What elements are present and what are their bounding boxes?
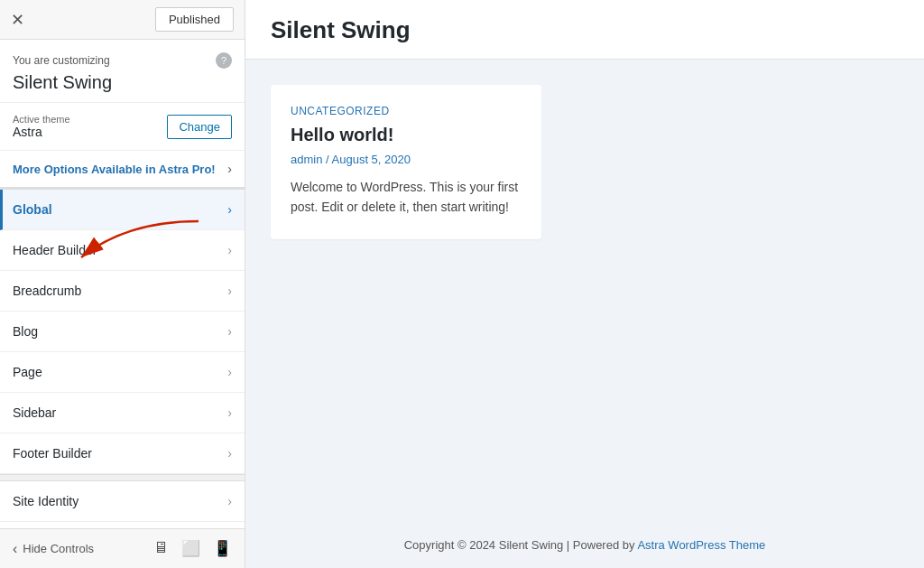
footer-theme-link[interactable]: Astra WordPress Theme — [637, 538, 765, 552]
close-button[interactable]: ✕ — [11, 12, 24, 28]
nav-item-sidebar[interactable]: Sidebar › — [0, 393, 245, 433]
post-title: Hello world! — [291, 125, 522, 145]
device-icons: 🖥 ⬜ 📱 — [153, 539, 232, 558]
tablet-icon[interactable]: ⬜ — [181, 539, 200, 558]
change-theme-button[interactable]: Change — [167, 115, 232, 139]
nav-item-global[interactable]: Global › — [0, 190, 245, 230]
preview-footer: Copyright © 2024 Silent Swing | Powered … — [245, 522, 924, 568]
help-icon[interactable]: ? — [216, 52, 232, 69]
nav-chevron-sidebar-icon: › — [227, 405, 232, 420]
nav-item-breadcrumb[interactable]: Breadcrumb › — [0, 271, 245, 312]
preview-body: Uncategorized Hello world! admin / Augus… — [245, 60, 924, 522]
nav-chevron-page-icon: › — [227, 365, 232, 379]
customizing-label: You are customizing ? — [13, 52, 232, 69]
preview-header: Silent Swing — [245, 0, 924, 60]
nav-item-menus[interactable]: Menus › — [0, 522, 245, 528]
post-category: Uncategorized — [291, 105, 522, 117]
preview-site-title: Silent Swing — [271, 16, 899, 44]
footer-text: Copyright © 2024 Silent Swing | Powered … — [404, 538, 638, 552]
astra-pro-banner[interactable]: More Options Available in Astra Pro! › — [0, 151, 245, 190]
main-content: Silent Swing Uncategorized Hello world! … — [245, 0, 924, 568]
active-theme-label: Active theme — [13, 114, 70, 125]
post-meta: admin / August 5, 2020 — [291, 153, 522, 166]
nav-item-page[interactable]: Page › — [0, 352, 245, 393]
active-theme-section: Active theme Astra Change — [0, 103, 245, 151]
nav-item-header-builder[interactable]: Header Builder › — [0, 230, 245, 271]
astra-pro-chevron-icon: › — [227, 162, 232, 176]
nav-chevron-breadcrumb-icon: › — [227, 284, 232, 298]
nav-chevron-global-icon: › — [227, 202, 232, 217]
nav-chevron-blog-icon: › — [227, 324, 232, 339]
customizing-site-name: Silent Swing — [13, 72, 232, 93]
post-excerpt: Welcome to WordPress. This is your first… — [291, 177, 522, 218]
bottom-controls: ‹ Hide Controls 🖥 ⬜ 📱 — [0, 528, 245, 568]
astra-pro-text: More Options Available in Astra Pro! — [13, 163, 216, 176]
nav-chevron-site-identity-icon: › — [227, 494, 232, 508]
post-card: Uncategorized Hello world! admin / Augus… — [271, 85, 541, 239]
mobile-icon[interactable]: 📱 — [213, 539, 232, 558]
customizing-info: You are customizing ? Silent Swing — [0, 40, 245, 103]
nav-divider — [0, 474, 245, 481]
published-button[interactable]: Published — [155, 7, 234, 32]
nav-item-blog[interactable]: Blog › — [0, 312, 245, 352]
top-bar: ✕ Published — [0, 0, 245, 40]
theme-name: Astra — [13, 125, 70, 139]
nav-item-footer-builder[interactable]: Footer Builder › — [0, 433, 245, 474]
nav-list: Global › Header Builder › Breadcrumb › B… — [0, 190, 245, 528]
nav-chevron-header-icon: › — [227, 243, 232, 257]
nav-chevron-footer-icon: › — [227, 446, 232, 461]
chevron-left-icon: ‹ — [13, 541, 17, 557]
desktop-icon[interactable]: 🖥 — [153, 539, 169, 558]
hide-controls-button[interactable]: ‹ Hide Controls — [13, 541, 94, 557]
nav-item-site-identity[interactable]: Site Identity › — [0, 481, 245, 522]
